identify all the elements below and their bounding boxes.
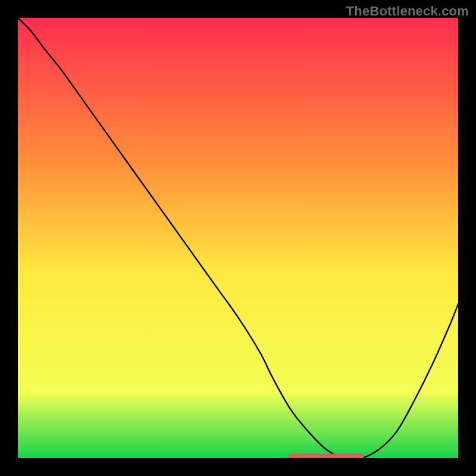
gradient-background — [18, 18, 458, 458]
plot-area — [18, 18, 458, 458]
chart-svg — [18, 18, 458, 458]
watermark-text: TheBottleneck.com — [346, 4, 469, 19]
chart-container: TheBottleneck.com — [0, 0, 476, 476]
